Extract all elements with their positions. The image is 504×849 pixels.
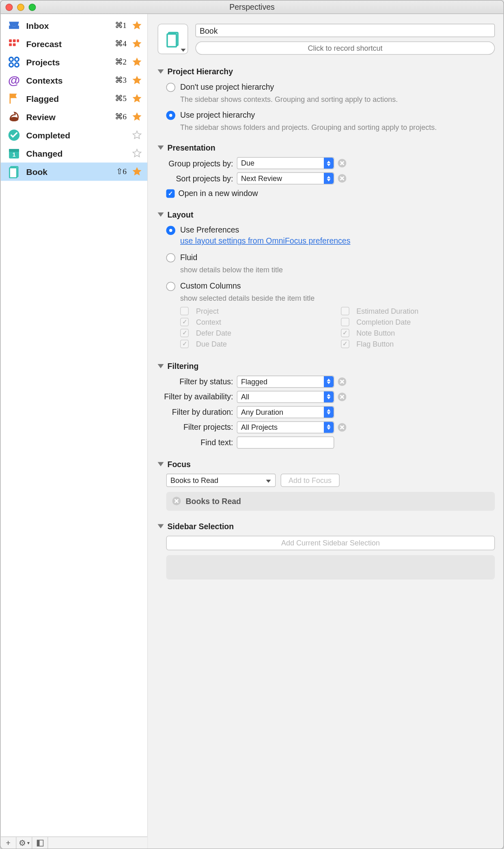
section-title: Project Hierarchy (168, 67, 233, 76)
perspective-row-forecast[interactable]: Forecast ⌘4 (1, 35, 148, 53)
radio-icon (166, 111, 176, 120)
layout-preferences-link[interactable]: use layout settings from OmniFocus prefe… (180, 237, 350, 246)
group-projects-label: Group projects by: (158, 159, 237, 168)
window-close-button[interactable] (6, 3, 13, 11)
popup-value: Flagged (241, 377, 267, 386)
svg-rect-3 (9, 43, 12, 46)
filter-duration-label: Filter by duration: (158, 407, 237, 417)
filter-projects-label: Filter projects: (158, 422, 237, 432)
radio-layout-fluid[interactable]: Fluid (158, 252, 495, 264)
section-title: Presentation (168, 143, 215, 153)
window-minimize-button[interactable] (17, 3, 24, 11)
star-icon[interactable] (131, 112, 142, 123)
add-sidebar-selection-button[interactable]: Add Current Sidebar Selection (166, 536, 495, 550)
sort-projects-popup[interactable]: Next Review (237, 172, 334, 185)
star-icon[interactable] (131, 93, 142, 104)
stepper-arrows-icon (324, 376, 334, 387)
svg-rect-17 (10, 168, 17, 178)
toggle-detail-button[interactable] (32, 837, 48, 849)
disclosure-triangle-icon[interactable] (158, 213, 164, 217)
stepper-arrows-icon (324, 407, 334, 418)
perspective-icon-well[interactable] (158, 24, 188, 54)
perspective-row-projects[interactable]: Projects ⌘2 (1, 53, 148, 71)
popup-value: Due (241, 159, 254, 168)
sidebar-selection-tokens (166, 555, 495, 580)
svg-rect-1 (13, 39, 16, 42)
perspective-row-changed[interactable]: 1 Changed (1, 144, 148, 163)
clear-button[interactable] (338, 159, 347, 168)
window-zoom-button[interactable] (29, 3, 36, 11)
perspective-name: Completed (26, 130, 122, 140)
svg-text:@: @ (8, 74, 20, 87)
perspective-shortcut: ⌘1 (115, 21, 127, 30)
popup-value: Any Duration (241, 408, 283, 416)
disclosure-triangle-icon[interactable] (158, 69, 164, 74)
star-icon[interactable] (131, 57, 142, 68)
column-note-button: Note Button (340, 329, 495, 337)
perspective-row-contexts[interactable]: @ Contexts ⌘3 (1, 71, 148, 90)
perspective-name: Projects (26, 57, 110, 67)
filter-projects-popup[interactable]: All Projects (237, 421, 334, 433)
perspective-shortcut: ⌘4 (115, 39, 127, 49)
add-perspective-button[interactable]: + (1, 837, 17, 849)
filter-status-label: Filter by status: (158, 377, 237, 386)
clear-button[interactable] (338, 392, 347, 401)
filter-availability-popup[interactable]: All (237, 391, 334, 403)
focus-token[interactable]: Books to Read (166, 492, 495, 511)
star-icon[interactable] (131, 20, 142, 31)
gear-menu-button[interactable]: ⚙▾ (17, 837, 32, 849)
radio-label: Use project hierarchy (180, 110, 255, 120)
filter-status-popup[interactable]: Flagged (237, 375, 334, 388)
record-shortcut-button[interactable]: Click to record shortcut (196, 41, 495, 55)
star-icon[interactable] (131, 166, 142, 177)
radio-label: Fluid (180, 253, 197, 262)
clear-button[interactable] (338, 423, 347, 431)
star-icon[interactable] (131, 39, 142, 50)
add-to-focus-button[interactable]: Add to Focus (281, 474, 340, 487)
disclosure-triangle-icon[interactable] (158, 364, 164, 368)
filter-duration-popup[interactable]: Any Duration (237, 406, 334, 418)
svg-point-8 (15, 63, 19, 67)
disclosure-triangle-icon[interactable] (158, 524, 164, 528)
section-title: Filtering (168, 362, 199, 371)
perspective-name-field[interactable]: Book (196, 24, 495, 37)
remove-focus-token-icon[interactable] (172, 497, 181, 505)
button-label: Add to Focus (289, 476, 332, 485)
disclosure-triangle-icon[interactable] (158, 146, 164, 150)
section-title: Focus (168, 459, 191, 469)
find-text-label: Find text: (158, 438, 237, 447)
perspective-row-review[interactable]: Review ⌘6 (1, 108, 148, 126)
find-text-field[interactable] (237, 436, 334, 448)
perspective-row-completed[interactable]: Completed (1, 126, 148, 144)
focus-combobox[interactable]: Books to Read (166, 474, 276, 487)
column-project: Project (180, 307, 334, 315)
radio-dont-use-hierarchy[interactable]: Don't use project hierarchy (158, 81, 495, 93)
window-title: Perspectives (1, 2, 504, 12)
perspective-row-book[interactable]: Book ⇧6 (1, 163, 148, 181)
perspective-row-inbox[interactable]: Inbox ⌘1 (1, 17, 148, 35)
inbox-icon (7, 18, 22, 33)
perspective-shortcut: ⌘2 (115, 57, 127, 67)
column-flag-button: Flag Button (340, 340, 495, 348)
radio-description: The sidebar shows folders and projects. … (180, 123, 495, 132)
radio-layout-preferences[interactable]: Use Preferences (158, 224, 495, 237)
perspective-row-flagged[interactable]: Flagged ⌘5 (1, 90, 148, 108)
star-icon[interactable] (131, 75, 142, 86)
radio-layout-columns[interactable]: Custom Columns (158, 280, 495, 292)
open-new-window-checkbox[interactable]: Open in a new window (158, 188, 495, 200)
stepper-arrows-icon (324, 422, 334, 433)
clear-button[interactable] (338, 377, 347, 386)
radio-label: Don't use project hierarchy (180, 82, 274, 92)
star-outline-icon[interactable] (131, 148, 142, 159)
radio-description: The sidebar shows contexts. Grouping and… (180, 95, 495, 104)
checkbox-icon (166, 189, 175, 198)
disclosure-triangle-icon[interactable] (158, 462, 164, 466)
combobox-value: Books to Read (170, 476, 218, 485)
radio-use-hierarchy[interactable]: Use project hierarchy (158, 109, 495, 121)
popup-value: All Projects (241, 423, 278, 431)
focus-token-label: Books to Read (186, 497, 241, 506)
perspective-shortcut: ⌘5 (115, 94, 127, 103)
group-projects-popup[interactable]: Due (237, 157, 334, 170)
star-outline-icon[interactable] (131, 130, 142, 141)
clear-button[interactable] (338, 175, 347, 183)
